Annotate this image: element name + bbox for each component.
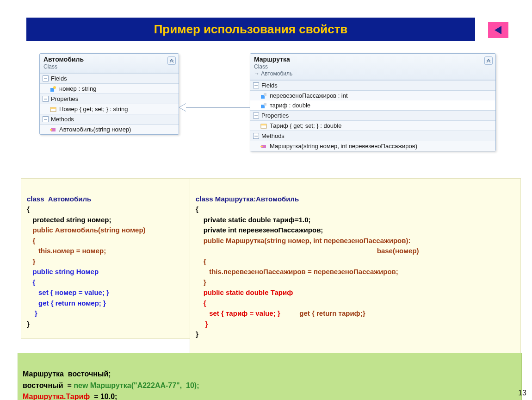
code-line: } xyxy=(27,309,37,317)
code-line: Маршрутка восточный; xyxy=(23,370,111,378)
uml-header: Маршрутка Class → Автомобиль xyxy=(250,54,495,80)
code-line: восточный = xyxy=(23,381,74,389)
uml-method-row: Автомобиль(string номер) xyxy=(40,125,179,134)
code-line: { xyxy=(27,237,35,244)
title-bar: Пример использования свойств xyxy=(26,18,475,41)
uml-section-methods[interactable]: Methods xyxy=(250,131,495,141)
code-line: Маршрутка.Тариф xyxy=(23,393,90,400)
property-icon xyxy=(50,106,56,112)
code-line: Тариф xyxy=(269,288,293,296)
code-line: } xyxy=(27,257,35,265)
code-line: Маршрутка("А222АА-77", 10); xyxy=(88,381,199,389)
uml-class-auto: Автомобиль Class Fields номер : string P… xyxy=(39,53,179,135)
property-icon xyxy=(260,123,267,129)
svg-rect-12 xyxy=(261,124,266,125)
code-line: Автомобиль(string номер) xyxy=(53,226,146,234)
uml-section-fields[interactable]: Fields xyxy=(40,73,179,84)
inheritance-arrow-fill xyxy=(179,104,186,111)
minus-icon xyxy=(43,96,49,102)
uml-field: перевезеноПассажиров : int xyxy=(270,92,348,99)
uml-section-label: Properties xyxy=(51,95,78,102)
chevron-up-icon[interactable] xyxy=(484,56,493,65)
uml-property: Номер { get; set; } : string xyxy=(59,106,128,112)
uml-field-row: перевезеноПассажиров : int xyxy=(250,91,495,100)
code-line: private static double тариф=1.0; xyxy=(196,216,311,224)
page-title: Пример использования свойств xyxy=(154,22,348,37)
code-line: private int перевезеноПассажиров; xyxy=(196,226,323,234)
field-icon xyxy=(260,93,267,99)
triangle-left-icon xyxy=(493,25,503,35)
svg-point-2 xyxy=(53,86,56,89)
uml-section-methods[interactable]: Methods xyxy=(40,114,179,125)
minus-icon xyxy=(253,133,259,139)
code-line: } xyxy=(196,330,198,338)
svg-rect-8 xyxy=(264,93,266,96)
uml-header: Автомобиль Class xyxy=(40,54,179,73)
code-line: get { return тариф;} xyxy=(280,309,365,317)
page-number: 13 xyxy=(518,389,526,397)
code-line: = 10.0; xyxy=(90,393,117,400)
code-line: this.перевезеноПассажиров = перевезеноПа… xyxy=(196,268,398,275)
code-line: { xyxy=(196,299,206,307)
minus-icon xyxy=(253,82,259,88)
code-line: set { тариф = value; } xyxy=(196,309,280,317)
code-line: public xyxy=(196,237,224,244)
uml-section-label: Fields xyxy=(261,82,278,89)
svg-rect-14 xyxy=(260,146,263,147)
uml-method: Маршрутка(string номер, int перевезеноПа… xyxy=(270,143,417,150)
code-line: { xyxy=(196,257,206,265)
code-block-marshrutka: class Маршрутка:Автомобиль { private sta… xyxy=(190,178,521,355)
uml-section-properties[interactable]: Properties xyxy=(250,110,495,121)
code-line: Маршрутка(string номер, int перевезеноПа… xyxy=(224,237,411,244)
code-line: protected string номер; xyxy=(27,216,111,224)
svg-rect-10 xyxy=(264,103,266,106)
code-line: class Автомобиль xyxy=(27,195,91,203)
svg-rect-1 xyxy=(50,88,54,92)
uml-class-marshrutka: Маршрутка Class → Автомобиль Fields пере… xyxy=(250,53,496,151)
uml-property: Тариф { get; set; } : double xyxy=(270,122,341,129)
code-line: set { номер = value; } xyxy=(27,288,109,296)
field-icon xyxy=(260,102,267,109)
code-line: } xyxy=(196,278,206,286)
uml-field-row: номер : string xyxy=(40,84,179,94)
code-line: } xyxy=(27,320,30,328)
minus-icon xyxy=(43,75,49,81)
back-button[interactable] xyxy=(488,22,508,38)
uml-section-label: Fields xyxy=(51,75,67,82)
code-line: get { return номер; } xyxy=(27,299,106,307)
uml-stereotype: Class xyxy=(43,63,175,70)
uml-field-row: тариф : double xyxy=(250,100,495,110)
inheritance-line xyxy=(185,107,250,108)
code-line: public xyxy=(27,226,53,234)
svg-rect-6 xyxy=(50,129,52,131)
code-line: } xyxy=(196,320,208,328)
uml-base-class: → Автомобиль xyxy=(254,70,492,77)
uml-method-row: Маршрутка(string номер, int перевезеноПа… xyxy=(250,141,495,151)
svg-rect-4 xyxy=(50,107,56,109)
code-line: new xyxy=(74,381,88,389)
uml-section-label: Methods xyxy=(51,116,74,123)
code-line: Номер xyxy=(74,268,99,275)
code-block-usage: Маршрутка восточный; восточный = new Мар… xyxy=(18,353,522,400)
code-line: { xyxy=(196,205,198,213)
uml-prop-row: Номер { get; set; } : string xyxy=(40,104,179,114)
code-line: public static double xyxy=(196,288,269,296)
code-line: public string xyxy=(27,268,74,275)
uml-class-name: Маршрутка xyxy=(254,56,492,63)
method-icon xyxy=(260,143,267,150)
code-block-auto: class Автомобиль { protected string номе… xyxy=(21,178,190,339)
uml-section-fields[interactable]: Fields xyxy=(250,80,495,91)
code-line: base(номер) xyxy=(196,247,419,255)
uml-class-name: Автомобиль xyxy=(43,56,175,63)
chevron-up-icon[interactable] xyxy=(167,56,176,65)
uml-section-label: Methods xyxy=(261,132,285,139)
uml-section-properties[interactable]: Properties xyxy=(40,94,179,104)
svg-marker-0 xyxy=(495,26,501,34)
method-icon xyxy=(50,126,56,133)
code-line: class Маршрутка:Автомобиль xyxy=(196,195,299,203)
code-line: { xyxy=(27,205,30,213)
uml-section-label: Properties xyxy=(261,112,289,119)
code-line: this.номер = номер; xyxy=(27,247,106,255)
uml-method: Автомобиль(string номер) xyxy=(59,126,131,133)
uml-field: номер : string xyxy=(59,85,96,92)
